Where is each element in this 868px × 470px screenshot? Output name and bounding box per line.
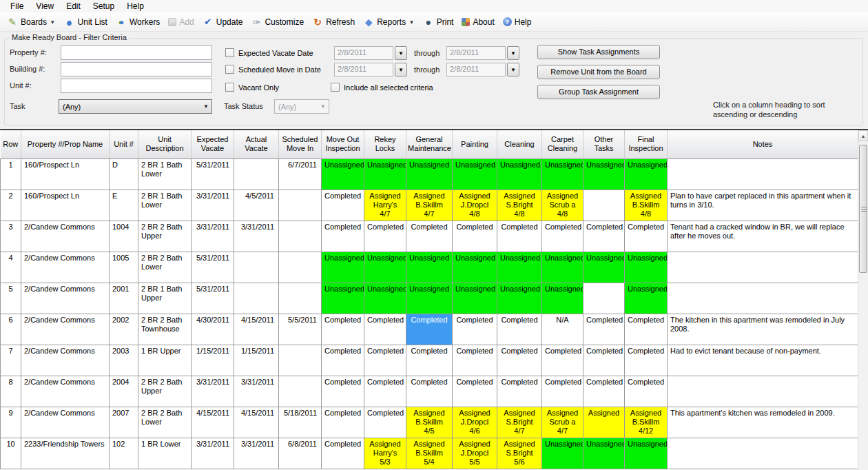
chevron-down-icon[interactable]: ▾ [50,19,56,25]
general-maintenance-cell[interactable]: Completed [406,376,453,407]
row-number-cell[interactable]: 4 [1,252,21,283]
scheduled-move-in-cell[interactable] [279,221,322,252]
painting-cell[interactable]: Completed [453,376,497,407]
row-number-cell[interactable]: 3 [1,221,21,252]
column-header-move-out-inspection[interactable]: Move Out Inspection [322,130,364,159]
unit-description-cell[interactable]: 2 BR 1 Bath Upper [138,283,192,314]
unit-description-cell[interactable]: 2 BR 1 Bath Lower [138,190,192,221]
move-out-inspection-cell[interactable]: Completed [322,438,364,469]
unit-number-cell[interactable]: 1004 [110,221,138,252]
final-inspection-cell[interactable]: Assigned B.Skillm 4/12 [625,407,668,438]
toolbar-customize-button[interactable]: Customize [247,14,308,30]
unit-number-cell[interactable]: 2002 [110,314,138,345]
carpet-cleaning-cell[interactable]: Completed [542,376,583,407]
rekey-locks-cell[interactable]: Unassigned [364,283,406,314]
other-tasks-cell[interactable]: Completed [583,345,625,376]
other-tasks-cell[interactable]: Completed [583,376,625,407]
scheduled-move-in-cell[interactable] [279,252,322,283]
column-header-general-maintenance[interactable]: General Maintenance [406,130,453,159]
carpet-cleaning-cell[interactable]: Completed [542,345,583,376]
carpet-cleaning-cell[interactable]: Unassigned [542,438,583,469]
column-header-row[interactable]: Row [1,130,21,159]
actual-vacate-cell[interactable]: 4/15/2011 [234,407,279,438]
expected-vacate-cell[interactable]: 3/31/2011 [192,438,234,469]
final-inspection-cell[interactable]: Assigned B.Skillm 4/8 [625,190,668,221]
unit-number-cell[interactable]: E [110,190,138,221]
scheduled-move-in-cell[interactable]: 5/18/2011 [279,407,322,438]
actual-vacate-cell[interactable]: 4/15/2011 [234,314,279,345]
carpet-cleaning-cell[interactable]: Completed [542,221,583,252]
unit-description-cell[interactable]: 2 BR 2 Bath Upper [138,376,192,407]
move-out-inspection-cell[interactable]: Unassigned [322,252,364,283]
expected-vacate-cell[interactable]: 3/31/2011 [192,376,234,407]
general-maintenance-cell[interactable]: Unassigned [406,159,453,190]
expected-vacate-cell[interactable]: 1/15/2011 [192,345,234,376]
notes-cell[interactable] [668,438,858,469]
cleaning-cell[interactable]: Completed [497,314,542,345]
final-inspection-cell[interactable]: Unassigned [625,438,668,469]
include-all-criteria-checkbox[interactable] [331,83,340,92]
rekey-locks-cell[interactable]: Assigned Harry's 5/3 [364,438,406,469]
cleaning-cell[interactable]: Completed [497,345,542,376]
move-out-inspection-cell[interactable]: Completed [322,221,364,252]
row-number-cell[interactable]: 9 [1,407,21,438]
expected-vacate-cell[interactable]: 5/31/2011 [192,252,234,283]
toolbar-reports-button[interactable]: Reports▾ [359,14,419,30]
menu-edit[interactable]: Edit [60,1,87,12]
unit-description-cell[interactable]: 2 BR 1 Bath Lower [138,159,192,190]
painting-cell[interactable]: Assigned J.Dropcl 5/5 [453,438,497,469]
general-maintenance-cell[interactable]: Unassigned [406,283,453,314]
row-number-cell[interactable]: 2 [1,190,21,221]
row-number-cell[interactable]: 5 [1,283,21,314]
toolbar-print-button[interactable]: Print [419,14,458,30]
cleaning-cell[interactable]: Completed [497,376,542,407]
rekey-locks-cell[interactable]: Assigned Harry's 4/7 [364,190,406,221]
property-name-cell[interactable]: 160/Prospect Ln [21,190,110,221]
final-inspection-cell[interactable]: Unassigned [625,252,668,283]
vertical-scrollbar[interactable]: ▲ [858,130,868,470]
scroll-up-arrow-icon[interactable]: ▲ [858,130,868,141]
other-tasks-cell[interactable]: Unassigned [583,438,625,469]
other-tasks-cell[interactable]: Unassigned [583,159,625,190]
other-tasks-cell[interactable] [583,190,625,221]
expected-vacate-cell[interactable]: 4/30/2011 [192,314,234,345]
actual-vacate-cell[interactable]: 3/31/2011 [234,438,279,469]
row-number-cell[interactable]: 6 [1,314,21,345]
notes-cell[interactable]: Plan to have carpet replaced in this apa… [668,190,858,221]
property-name-cell[interactable]: 2/Candew Commons [21,407,110,438]
painting-cell[interactable]: Unassigned [453,283,497,314]
row-number-cell[interactable]: 10 [1,438,21,469]
notes-cell[interactable]: Had to evict tenant because of non-payme… [668,345,858,376]
scheduled-move-in-date-checkbox[interactable] [225,65,234,74]
column-header-other-tasks[interactable]: Other Tasks [583,130,625,159]
rekey-locks-cell[interactable]: Completed [364,407,406,438]
carpet-cleaning-cell[interactable]: Unassigned [542,283,583,314]
scheduled-move-in-cell[interactable]: 6/8/2011 [279,438,322,469]
group-task-assignment-button[interactable]: Group Task Assignment [537,85,660,99]
scheduled-move-in-cell[interactable] [279,283,322,314]
column-header-cleaning[interactable]: Cleaning [497,130,542,159]
unit-description-cell[interactable]: 1 BR Lower [138,438,192,469]
carpet-cleaning-cell[interactable]: Unassigned [542,159,583,190]
unit-number-cell[interactable]: 1005 [110,252,138,283]
move-out-inspection-cell[interactable]: Completed [322,190,364,221]
column-header-property-prop-name[interactable]: Property #/Prop Name [21,130,110,159]
unit-description-cell[interactable]: 2 BR 2 Bath Upper [138,221,192,252]
toolbar-about-button[interactable]: About [457,15,498,29]
general-maintenance-cell[interactable]: Assigned B.Skillm 4/7 [406,190,453,221]
unit-number-cell[interactable]: 102 [110,438,138,469]
column-header-notes[interactable]: Notes [668,130,858,159]
actual-vacate-cell[interactable]: 1/15/2011 [234,345,279,376]
notes-cell[interactable] [668,252,858,283]
rekey-locks-cell[interactable]: Completed [364,221,406,252]
unit-number-cell[interactable]: 2001 [110,283,138,314]
actual-vacate-cell[interactable] [234,252,279,283]
expected-vacate-cell[interactable]: 5/31/2011 [192,159,234,190]
scheduled-move-in-cell[interactable] [279,376,322,407]
rekey-locks-cell[interactable]: Completed [364,376,406,407]
unit-description-cell[interactable]: 2 BR 2 Bath Lower [138,407,192,438]
general-maintenance-cell[interactable]: Assigned B.Skillm 4/5 [406,407,453,438]
show-task-assignments-button[interactable]: Show Task Assignments [537,45,660,59]
notes-cell[interactable]: This apartment's kitchen was remodeled i… [668,407,858,438]
row-number-cell[interactable]: 1 [1,159,21,190]
